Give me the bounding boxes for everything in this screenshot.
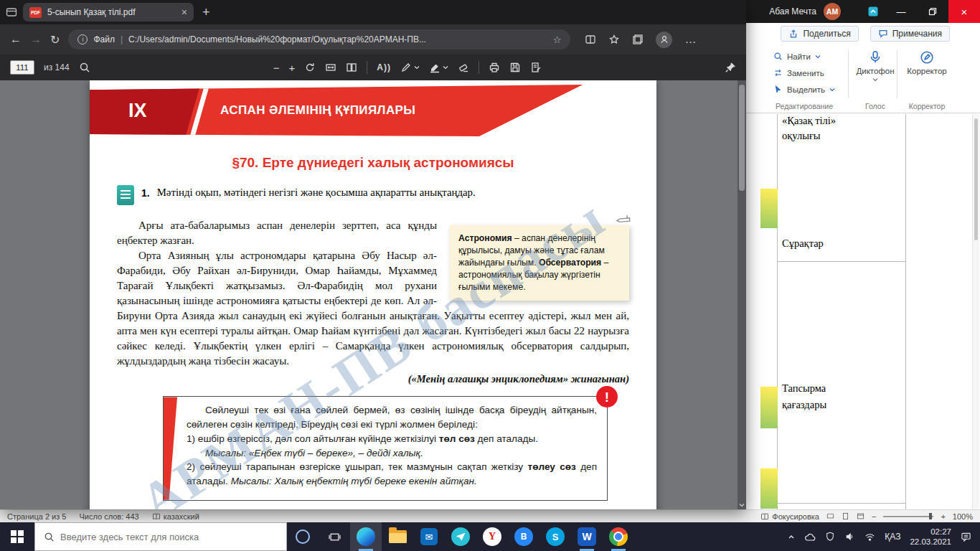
- fit-width-icon[interactable]: [325, 62, 336, 73]
- network-icon[interactable]: [864, 532, 875, 542]
- close-button[interactable]: ×: [948, 0, 980, 23]
- tray-expand-icon[interactable]: [788, 534, 795, 540]
- status-language[interactable]: казахский: [152, 512, 199, 521]
- draw-tool[interactable]: [400, 62, 420, 73]
- taskbar-skype-button[interactable]: S: [540, 522, 571, 551]
- url-text[interactable]: C:/Users/admin/Documents/Новый%20формат/…: [128, 34, 547, 44]
- replace-button[interactable]: Заменить: [773, 65, 835, 81]
- profile-avatar[interactable]: [656, 32, 672, 48]
- replace-label: Заменить: [787, 69, 824, 77]
- find-label: Найти: [787, 52, 811, 61]
- split-screen-icon[interactable]: [585, 34, 596, 45]
- word-scrollbar[interactable]: [972, 114, 979, 509]
- table-border: [777, 261, 906, 262]
- tab-actions-icon[interactable]: [6, 6, 17, 18]
- select-label: Выделить: [787, 85, 825, 94]
- taskbar-explorer-button[interactable]: [382, 522, 413, 551]
- page-count-label: из 144: [44, 62, 70, 72]
- web-layout-button[interactable]: [857, 512, 864, 520]
- zoom-in-button[interactable]: +: [941, 512, 945, 521]
- select-button[interactable]: Выделить: [773, 81, 835, 98]
- status-word-count[interactable]: Число слов: 443: [79, 512, 138, 521]
- yandex-icon: Y: [483, 527, 501, 546]
- erase-icon[interactable]: [458, 62, 469, 73]
- url-field[interactable]: i Файл | C:/Users/admin/Documents/Новый%…: [68, 29, 570, 50]
- pdf-scrollbar-thumb[interactable]: [739, 85, 745, 191]
- clock[interactable]: 02:27 22.03.2021: [910, 527, 951, 547]
- print-layout-button[interactable]: [842, 512, 849, 520]
- refresh-button[interactable]: ↻: [50, 33, 60, 47]
- ribbon-separator: [897, 50, 897, 98]
- dictate-button[interactable]: Диктофон: [852, 50, 898, 82]
- source-attribution: («Менің алғашқы энциклопедиям» жинағынан…: [117, 372, 629, 386]
- taskbar-chrome-button[interactable]: [603, 522, 634, 551]
- zoom-out-icon[interactable]: −: [273, 62, 280, 74]
- read-mode-button[interactable]: [826, 512, 834, 520]
- task-view-icon: [329, 531, 341, 543]
- cortana-button[interactable]: [287, 522, 319, 551]
- start-button[interactable]: [0, 522, 34, 551]
- textbook-page: IX АСПАН ӘЛЕМІНІҢ ҚҰПИЯЛАРЫ §70. Ерте дү…: [90, 80, 656, 509]
- zoom-out-button[interactable]: −: [872, 512, 876, 521]
- comments-button[interactable]: Примечания: [870, 26, 950, 42]
- collections-icon[interactable]: [632, 34, 644, 45]
- volume-icon[interactable]: [844, 532, 855, 542]
- print-icon[interactable]: [489, 62, 500, 73]
- zoom-percent[interactable]: 100%: [953, 512, 973, 521]
- favorite-star-icon[interactable]: ☆: [553, 34, 562, 45]
- taskbar-search[interactable]: [34, 522, 287, 551]
- ribbon-display-options-icon[interactable]: [861, 0, 885, 23]
- edge-address-bar: ← → ↻ i Файл | C:/Users/admin/Documents/…: [0, 24, 746, 55]
- share-label: Поделиться: [803, 29, 850, 39]
- onedrive-icon[interactable]: [804, 532, 816, 542]
- favorites-icon[interactable]: [608, 34, 620, 45]
- scroll-down-icon[interactable]: [739, 503, 745, 507]
- task-view-button[interactable]: [319, 522, 350, 551]
- focus-mode-button[interactable]: Фокусировка: [760, 512, 819, 521]
- pdf-scrollbar[interactable]: [738, 80, 746, 509]
- browser-tab[interactable]: PDF 5-сынып Қазақ тілі.pdf ×: [23, 3, 194, 22]
- page-info-icon[interactable]: i: [77, 34, 88, 44]
- tab-title: 5-сынып Қазақ тілі.pdf: [47, 7, 176, 17]
- word-statusbar: Страница 2 из 5 Число слов: 443 казахски…: [0, 509, 980, 522]
- page-view-icon[interactable]: [346, 62, 357, 73]
- cortana-icon: [296, 529, 310, 544]
- minimize-button[interactable]: —: [885, 0, 917, 23]
- highlight-tool[interactable]: [429, 62, 448, 73]
- taskbar-messenger-button[interactable]: [445, 522, 476, 551]
- status-language-label: казахский: [164, 512, 199, 521]
- restore-button[interactable]: [917, 0, 948, 23]
- share-button[interactable]: Поделиться: [781, 26, 858, 42]
- taskbar-yandex-button[interactable]: Y: [476, 522, 508, 551]
- zoom-in-icon[interactable]: +: [288, 62, 295, 74]
- word-scrollbar-thumb[interactable]: [974, 118, 978, 240]
- forward-button[interactable]: →: [30, 33, 42, 46]
- add-notes-icon[interactable]: [530, 62, 542, 73]
- find-button[interactable]: Найти: [773, 48, 835, 65]
- save-icon[interactable]: [509, 62, 521, 73]
- security-shield-icon[interactable]: [825, 532, 835, 542]
- search-icon[interactable]: [79, 62, 90, 73]
- read-aloud-icon[interactable]: A)): [377, 62, 391, 72]
- settings-more-icon[interactable]: …: [684, 33, 696, 46]
- taskbar-vk-button[interactable]: В: [508, 522, 540, 551]
- doc-cell-title-line2: оқулығы: [782, 130, 821, 142]
- zoom-slider-thumb[interactable]: [929, 513, 932, 519]
- rotate-icon[interactable]: [304, 62, 316, 73]
- action-center-icon[interactable]: [961, 532, 971, 542]
- pin-toolbar-icon[interactable]: [725, 62, 736, 73]
- zoom-slider[interactable]: [883, 516, 933, 517]
- search-input[interactable]: [60, 532, 278, 542]
- taskbar-edge-button[interactable]: [350, 522, 382, 551]
- back-button[interactable]: ←: [10, 33, 22, 46]
- page-number-input[interactable]: [10, 60, 34, 75]
- new-tab-button[interactable]: +: [202, 5, 210, 20]
- language-indicator[interactable]: ҚАЗ: [885, 532, 900, 542]
- status-page-count[interactable]: Страница 2 из 5: [7, 512, 66, 521]
- account-avatar[interactable]: АМ: [824, 3, 841, 20]
- taskbar-word-button[interactable]: W: [571, 522, 603, 551]
- editor-button[interactable]: Корректор: [901, 50, 953, 75]
- taskbar-mail-button[interactable]: ✉: [413, 522, 445, 551]
- tab-close-icon[interactable]: ×: [182, 6, 187, 18]
- pdf-viewer[interactable]: IX АСПАН ӘЛЕМІНІҢ ҚҰПИЯЛАРЫ §70. Ерте дү…: [0, 80, 746, 509]
